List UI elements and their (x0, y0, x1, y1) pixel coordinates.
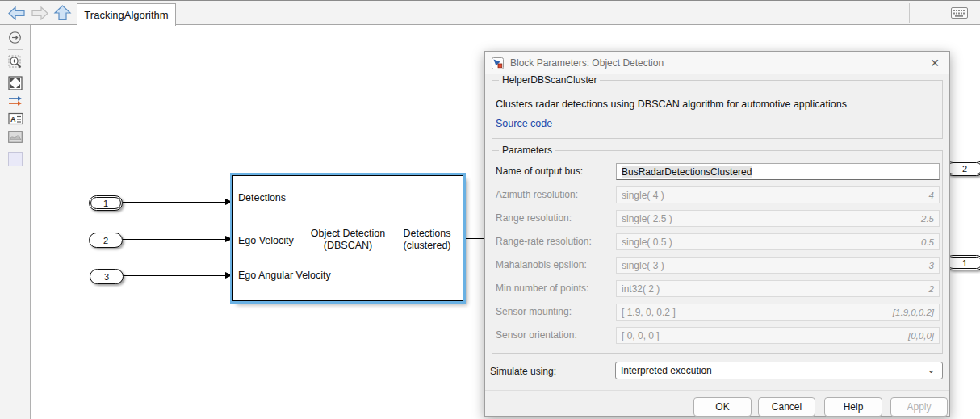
param-label: Azimuth resolution: (496, 189, 578, 200)
field-value: int32( 2 ) (622, 283, 660, 295)
param-row-output-bus: Name of output bus: BusRadarDetectionsCl… (492, 163, 942, 181)
fit-to-view-icon[interactable] (8, 76, 23, 94)
ok-button[interactable]: OK (693, 397, 752, 417)
toolbar-divider (909, 3, 910, 23)
palette-divider (8, 49, 23, 50)
footer-divider (485, 390, 949, 391)
param-row-sensor-orientation: Sensor orientation: [ 0, 0, 0 ][0,0,0] (492, 327, 942, 345)
field-evaluated-value: [0,0,0] (908, 331, 934, 341)
wire-1-arrowhead (225, 199, 232, 205)
param-label: Range resolution: (496, 212, 572, 224)
close-icon[interactable]: ✕ (930, 57, 940, 69)
block-inport-label-detections: Detections (238, 192, 286, 203)
azimuth-resolution-field: single( 4 )4 (616, 186, 940, 203)
field-evaluated-value: [1.9,0,0.2] (893, 308, 934, 317)
annotation-icon[interactable]: A (8, 112, 23, 128)
image-icon[interactable] (8, 131, 23, 146)
inport-1-number: 1 (103, 199, 108, 208)
wire-1[interactable] (123, 202, 226, 203)
wire-3[interactable] (123, 275, 226, 276)
param-label: Name of output bus: (496, 166, 583, 177)
zoom-region-icon[interactable] (8, 55, 23, 73)
param-row-mahalanobis: Mahalanobis epsilon: single( 3 )3 (492, 257, 942, 274)
field-value: single( 2.5 ) (622, 213, 672, 224)
field-evaluated-value: 2.5 (921, 214, 934, 224)
block-parameters-dialog: Block Parameters: Object Detection ✕ Hel… (484, 51, 950, 417)
field-value: [ 0, 0, 0 ] (622, 330, 660, 341)
dialog-titlebar[interactable]: Block Parameters: Object Detection ✕ (485, 52, 949, 74)
field-evaluated-value: 0.5 (921, 237, 934, 247)
simulate-using-label: Simulate using: (490, 366, 556, 377)
sensor-orientation-field: [ 0, 0, 0 ][0,0,0] (616, 327, 940, 344)
inport-3-number: 3 (104, 272, 109, 282)
param-label: Min number of points: (496, 283, 588, 294)
simulate-using-select[interactable]: Interpreted execution ⌄ (615, 362, 943, 379)
param-label: Sensor orientation: (496, 329, 577, 341)
up-to-parent-icon[interactable] (53, 5, 72, 24)
signal-lines-icon[interactable] (8, 95, 23, 110)
min-number-of-points-field: int32( 2 )2 (616, 280, 940, 297)
wire-2[interactable] (123, 239, 226, 240)
range-resolution-field: single( 2.5 )2.5 (616, 210, 940, 227)
mahalanobis-epsilon-field: single( 3 )3 (616, 257, 940, 274)
param-label: Range-rate resolution: (496, 236, 592, 247)
simulate-using-value: Interpreted execution (621, 365, 712, 376)
inport-1[interactable]: 1 (89, 195, 123, 211)
param-row-sensor-mounting: Sensor mounting: [ 1.9, 0, 0.2 ][1.9,0,0… (492, 304, 942, 321)
area-icon[interactable] (8, 152, 23, 166)
param-row-range: Range resolution: single( 2.5 )2.5 (492, 210, 942, 228)
outport-2[interactable]: 2 (945, 161, 980, 176)
outport-1-number: 1 (962, 258, 967, 268)
forward-icon[interactable] (31, 6, 48, 23)
inport-2-number: 2 (103, 236, 108, 245)
parameters-groupbox-label: Parameters (499, 145, 555, 156)
inport-2[interactable]: 2 (89, 233, 123, 248)
apply-button: Apply (890, 397, 948, 417)
helper-groupbox-label: HelperDBScanCluster (499, 74, 600, 86)
block-parameters-icon (492, 57, 504, 69)
field-value: single( 0.5 ) (622, 237, 672, 248)
field-value: single( 3 ) (622, 260, 664, 271)
output-wire[interactable] (465, 238, 486, 239)
source-code-link[interactable]: Source code (496, 118, 552, 129)
field-evaluated-value: 4 (929, 191, 934, 200)
help-button[interactable]: Help (824, 397, 882, 417)
parameters-groupbox: Parameters Name of output bus: BusRadarD… (492, 150, 943, 354)
range-rate-resolution-field: single( 0.5 )0.5 (616, 233, 940, 250)
output-bus-input[interactable]: BusRadarDetectionsClustered (616, 163, 940, 180)
helper-groupbox: HelperDBScanCluster Clusters radar detec… (492, 80, 943, 139)
field-evaluated-value: 3 (929, 261, 934, 270)
breadcrumb-tab[interactable]: TrackingAlgorithm (77, 3, 176, 26)
cancel-button[interactable]: Cancel (758, 397, 815, 417)
block-outport-line1: Detections (395, 228, 459, 240)
field-value: [ 1.9, 0, 0.2 ] (622, 307, 676, 318)
browse-icon[interactable] (8, 31, 22, 48)
block-outport-label: Detections (clustered) (395, 228, 459, 252)
inport-3[interactable]: 3 (90, 269, 124, 284)
param-row-azimuth: Azimuth resolution: single( 4 )4 (492, 186, 942, 204)
object-detection-block[interactable]: Detections Ego Velocity Ego Angular Velo… (232, 175, 463, 301)
wire-3-arrowhead (225, 272, 232, 279)
output-bus-value: BusRadarDetectionsClustered (622, 166, 752, 178)
outport-1[interactable]: 1 (945, 255, 980, 270)
svg-text:A: A (10, 115, 16, 124)
param-row-range-rate: Range-rate resolution: single( 0.5 )0.5 (492, 233, 942, 251)
param-label: Sensor mounting: (496, 306, 572, 317)
block-description: Clusters radar detections using DBSCAN a… (496, 98, 847, 110)
back-icon[interactable] (8, 6, 26, 23)
breadcrumb-tab-label: TrackingAlgorithm (84, 9, 168, 21)
field-evaluated-value: 2 (929, 284, 934, 294)
chevron-down-icon: ⌄ (927, 363, 936, 375)
param-row-min-points: Min number of points: int32( 2 )2 (492, 280, 942, 298)
block-outport-line2: (clustered) (395, 240, 459, 252)
field-value: single( 4 ) (622, 190, 664, 201)
dialog-title: Block Parameters: Object Detection (510, 57, 664, 69)
sensor-mounting-field: [ 1.9, 0, 0.2 ][1.9,0,0.2] (616, 304, 940, 321)
param-label: Mahalanobis epsilon: (496, 259, 587, 270)
block-inport-label-ego-angular-velocity: Ego Angular Velocity (238, 270, 331, 281)
keyboard-icon[interactable] (951, 7, 968, 22)
outport-2-number: 2 (962, 164, 967, 174)
palette-sidebar: A (0, 25, 31, 419)
wire-2-arrowhead (225, 236, 232, 242)
navigation-toolbar: TrackingAlgorithm (0, 1, 980, 25)
